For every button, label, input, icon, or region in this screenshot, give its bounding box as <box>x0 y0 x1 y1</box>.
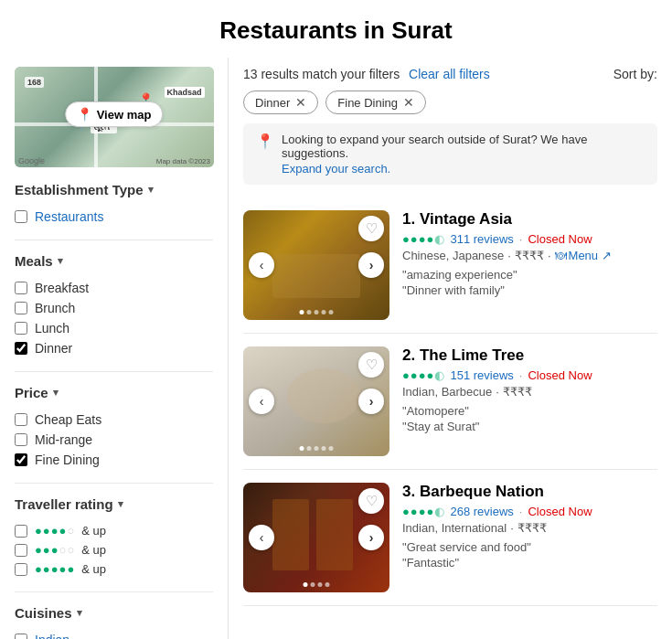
prev-image-1[interactable]: ‹ <box>249 252 274 278</box>
cheap-eats-item[interactable]: Cheap Eats <box>15 410 213 430</box>
heart-button-3[interactable]: ♡ <box>358 488 384 514</box>
restaurants-label[interactable]: Restaurants <box>35 209 103 224</box>
rating-4plus-checkbox[interactable] <box>15 525 27 538</box>
chevron-down-icon: ▾ <box>148 184 154 196</box>
next-image-3[interactable]: › <box>358 525 384 550</box>
restaurant-info-2: 2. The Lime Tree ●●●●◐ 151 reviews · Clo… <box>402 346 657 456</box>
restaurants-checkbox-item[interactable]: Restaurants <box>15 207 213 227</box>
rating-row-3: ●●●●◐ 268 reviews · Closed Now <box>402 505 657 518</box>
card-meta-3: Indian, International · ₹₹₹₹ <box>402 521 657 535</box>
fine-dining-item[interactable]: Fine Dining <box>15 450 213 470</box>
breakfast-checkbox[interactable] <box>15 282 27 294</box>
lunch-label[interactable]: Lunch <box>35 321 69 335</box>
rating-row-1: ●●●●◐ 311 reviews · Closed Now <box>402 232 657 246</box>
map-section: 📍 📍 📍 Khadsad Suratસૂરત 168 Google Map d… <box>15 67 213 167</box>
star-rating-2: ●●●●◐ <box>402 368 444 382</box>
rating-3plus-checkbox[interactable] <box>15 544 27 557</box>
cuisines-header[interactable]: Cuisines ▾ <box>15 605 213 621</box>
restaurant-card-1: ♡ ‹ › 1. Vintage Asia ●●●●◐ <box>243 197 657 334</box>
prev-image-3[interactable]: ‹ <box>249 525 274 550</box>
status-badge-3: Closed Now <box>528 505 592 518</box>
restaurant-card-2: ♡ ‹ › 2. The Lime Tree ●●●●◐ <box>243 334 657 470</box>
filter-tag-dinner[interactable]: Dinner ✕ <box>243 91 318 114</box>
price-3: ₹₹₹₹ <box>517 521 547 535</box>
price-header[interactable]: Price ▾ <box>15 385 213 400</box>
price-2: ₹₹₹₹ <box>503 385 532 399</box>
card-meta-1: Chinese, Japanese · ₹₹₹₹ · 🍽 Menu ↗ <box>402 249 657 262</box>
restaurant-card-3: ♡ ‹ › 3. Barbeque Nation ●●●●◐ <box>243 470 657 606</box>
page-title: Restaurants in Surat <box>0 0 672 58</box>
restaurant-list: ♡ ‹ › 1. Vintage Asia ●●●●◐ <box>243 197 657 606</box>
brunch-label[interactable]: Brunch <box>35 301 75 315</box>
cheap-eats-label[interactable]: Cheap Eats <box>35 412 101 427</box>
mid-range-label[interactable]: Mid-range <box>35 432 92 447</box>
results-bar: 13 results match your filters Clear all … <box>243 67 657 81</box>
indian-cuisine-item[interactable]: Indian <box>15 630 213 639</box>
star-display-5: ●●●●● <box>35 562 74 576</box>
indian-checkbox[interactable] <box>15 634 27 639</box>
menu-link-1[interactable]: 🍽 Menu ↗ <box>555 249 612 262</box>
expand-search-link[interactable]: Expand your search. <box>282 162 645 176</box>
dinner-label[interactable]: Dinner <box>35 341 72 356</box>
lunch-checkbox[interactable] <box>15 322 27 335</box>
reviews-link-1[interactable]: 311 reviews <box>450 232 513 246</box>
expand-notice: 📍 Looking to expand your search outside … <box>243 123 657 185</box>
card-meta-2: Indian, Barbecue · ₹₹₹₹ <box>402 385 657 399</box>
remove-dinner-icon[interactable]: ✕ <box>295 95 306 110</box>
rating-5[interactable]: ●●●●● & up <box>15 559 213 579</box>
fine-dining-label[interactable]: Fine Dining <box>35 453 100 467</box>
heart-button-1[interactable]: ♡ <box>358 216 384 241</box>
restaurant-image-1: ♡ ‹ › <box>243 210 389 320</box>
dinner-checkbox[interactable] <box>15 342 27 355</box>
image-dots-1 <box>300 310 334 314</box>
meals-filter: Meals ▾ Breakfast Brunch Lunch Dinner <box>15 253 213 372</box>
rating-5-checkbox[interactable] <box>15 563 27 576</box>
restaurants-checkbox[interactable] <box>15 210 27 223</box>
reviews-link-2[interactable]: 151 reviews <box>450 368 513 382</box>
brunch-item[interactable]: Brunch <box>15 298 213 318</box>
restaurant-name-3[interactable]: 3. Barbeque Nation <box>402 483 657 501</box>
prev-image-2[interactable]: ‹ <box>249 389 274 414</box>
pin-icon: 📍 <box>77 107 92 122</box>
establishment-header[interactable]: Establishment Type ▾ <box>15 182 213 197</box>
heart-button-2[interactable]: ♡ <box>358 352 384 378</box>
indian-label[interactable]: Indian <box>35 633 69 639</box>
restaurant-name-1[interactable]: 1. Vintage Asia <box>402 210 657 229</box>
breakfast-label[interactable]: Breakfast <box>35 281 89 295</box>
review-snippet-2b: Stay at Surat <box>402 420 657 433</box>
meals-header[interactable]: Meals ▾ <box>15 253 213 269</box>
rating-3plus[interactable]: ●●●○○ & up <box>15 540 213 559</box>
sort-by: Sort by: <box>613 67 657 81</box>
lunch-item[interactable]: Lunch <box>15 318 213 338</box>
mid-range-checkbox[interactable] <box>15 433 27 446</box>
traveller-rating-header[interactable]: Traveller rating ▾ <box>15 496 213 512</box>
reviews-link-3[interactable]: 268 reviews <box>450 505 513 518</box>
next-image-1[interactable]: › <box>358 252 384 278</box>
next-image-2[interactable]: › <box>358 389 384 414</box>
dinner-item[interactable]: Dinner <box>15 338 213 358</box>
results-count: 13 results match your filters <box>243 67 400 81</box>
fine-dining-checkbox[interactable] <box>15 453 27 466</box>
filter-tag-fine-dining[interactable]: Fine Dining ✕ <box>325 91 426 114</box>
breakfast-item[interactable]: Breakfast <box>15 278 213 298</box>
sidebar: 📍 📍 📍 Khadsad Suratસૂરત 168 Google Map d… <box>0 58 229 639</box>
remove-fine-dining-icon[interactable]: ✕ <box>403 95 414 110</box>
image-dots-2 <box>300 446 334 451</box>
restaurant-info-1: 1. Vintage Asia ●●●●◐ 311 reviews · Clos… <box>402 210 657 320</box>
clear-all-filters-link[interactable]: Clear all filters <box>409 67 490 81</box>
view-map-button[interactable]: 📍 View map <box>65 101 164 127</box>
cuisines-chevron-icon: ▾ <box>77 607 82 619</box>
traveller-rating-filter: Traveller rating ▾ ●●●●○ & up ●●●○○ & up <box>15 496 213 592</box>
meals-chevron-icon: ▾ <box>58 255 63 267</box>
brunch-checkbox[interactable] <box>15 302 27 314</box>
rating-4plus[interactable]: ●●●●○ & up <box>15 521 213 540</box>
rating-chevron-icon: ▾ <box>118 498 123 510</box>
menu-icon-1: 🍽 <box>555 249 567 262</box>
review-snippet-1b: Dinner with family <box>402 283 657 297</box>
restaurant-image-3: ♡ ‹ › <box>243 483 389 592</box>
location-pin-icon: 📍 <box>256 133 274 150</box>
dot-sep-2: · <box>519 368 523 382</box>
cheap-eats-checkbox[interactable] <box>15 413 27 426</box>
restaurant-name-2[interactable]: 2. The Lime Tree <box>402 346 657 365</box>
mid-range-item[interactable]: Mid-range <box>15 430 213 450</box>
